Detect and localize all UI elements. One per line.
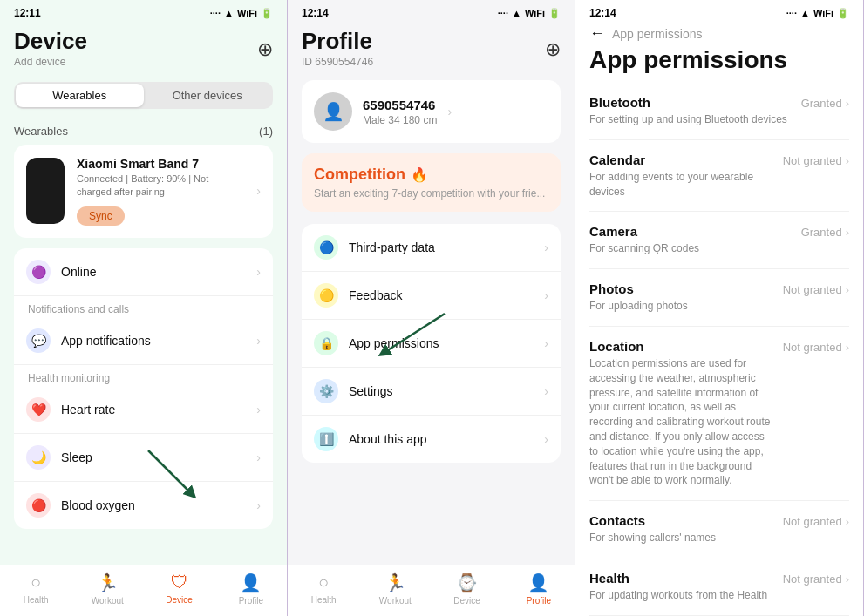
add-device-button[interactable]: ⊕ (257, 38, 273, 61)
perm-name-calendar: Calendar (589, 152, 776, 167)
nav-workout-1[interactable]: 🏃 Workout (71, 572, 143, 606)
menu-item-app-permissions[interactable]: 🔒 App permissions › (302, 320, 561, 368)
about-icon: ℹ️ (314, 427, 338, 451)
back-label: App permissions (612, 27, 703, 41)
device-image (26, 158, 65, 224)
panel3-header: App permissions (575, 43, 863, 83)
nav-device-2[interactable]: ⌚ Device (432, 572, 503, 606)
heart-rate-chevron-icon: › (256, 403, 261, 416)
app-permissions-icon: 🔒 (314, 331, 338, 355)
sync-button[interactable]: Sync (77, 206, 125, 226)
back-row: ← App permissions (575, 23, 863, 43)
blood-oxygen-icon: 🔴 (26, 493, 51, 518)
feedback-icon: 🟡 (314, 283, 338, 308)
competition-banner[interactable]: Competition 🔥 Start an exciting 7-day co… (302, 153, 561, 212)
menu-label-app-notifications: App notifications (61, 334, 246, 348)
calendar-chevron-icon: › (846, 154, 849, 167)
perm-name-bluetooth: Bluetooth (589, 95, 794, 110)
menu-label-third-party: Third-party data (349, 240, 534, 254)
menu-item-sleep[interactable]: 🌙 Sleep › (14, 434, 273, 482)
perm-desc-calendar: For adding events to your wearable devic… (589, 170, 776, 200)
perm-desc-photos: For uploading photos (589, 299, 776, 314)
panel2-bottom-nav: ○ Health 🏃 Workout ⌚ Device 👤 Profile (288, 565, 575, 616)
time-1: 12:11 (14, 7, 41, 19)
nav-profile-2[interactable]: 👤 Profile (503, 572, 575, 606)
profile-nav-icon: 👤 (240, 572, 262, 593)
fire-icon: 🔥 (411, 166, 428, 183)
contacts-chevron-icon: › (846, 515, 849, 528)
panel1-header: Device Add device (0, 23, 287, 75)
perm-item-contacts[interactable]: Contacts For showing callers' names Not … (589, 501, 849, 558)
perm-status-contacts: Not granted › (783, 513, 849, 528)
device-card[interactable]: Xiaomi Smart Band 7 Connected | Battery:… (14, 145, 273, 238)
perm-item-bluetooth[interactable]: Bluetooth For setting up and using Bluet… (589, 83, 849, 140)
perm-name-location: Location (589, 339, 776, 354)
perm-status-photos: Not granted › (783, 281, 849, 296)
menu-label-feedback: Feedback (349, 288, 534, 302)
back-button[interactable]: ← (589, 24, 605, 43)
notifications-section-label: Notifications and calls (14, 296, 273, 317)
health-section-label: Health monitoring (14, 365, 273, 386)
device-panel: 12:11 ···· ▲ WiFi 🔋 Device Add device ⊕ … (0, 0, 288, 616)
third-party-chevron-icon: › (544, 240, 548, 254)
perm-status-camera: Granted › (801, 224, 849, 239)
panel2-menu: 🔵 Third-party data › 🟡 Feedback › 🔒 App … (302, 224, 561, 463)
perm-name-camera: Camera (589, 224, 794, 239)
photos-chevron-icon: › (846, 283, 849, 296)
menu-item-about[interactable]: ℹ️ About this app › (302, 416, 561, 463)
sleep-chevron-icon: › (256, 450, 261, 464)
nav-health-1[interactable]: ○ Health (0, 572, 71, 606)
health-nav-icon-2: ○ (318, 572, 329, 592)
workout-nav-icon: 🏃 (97, 572, 119, 593)
nav-health-2[interactable]: ○ Health (288, 572, 359, 606)
permissions-panel: 12:14 ···· ▲ WiFi 🔋 ← App permissions Ap… (575, 0, 864, 616)
status-icons-1: ···· ▲ WiFi 🔋 (210, 8, 273, 19)
perm-name-contacts: Contacts (589, 513, 776, 528)
status-bar-2: 12:14 ···· ▲ WiFi 🔋 (288, 0, 575, 23)
perm-item-photos[interactable]: Photos For uploading photos Not granted … (589, 269, 849, 327)
menu-item-blood-oxygen[interactable]: 🔴 Blood oxygen › (14, 482, 273, 529)
tab-other-devices[interactable]: Other devices (144, 84, 272, 107)
tab-wearables[interactable]: Wearables (16, 84, 144, 107)
perm-status-calendar: Not granted › (783, 152, 849, 167)
menu-item-online[interactable]: 🟣 Online › (14, 248, 273, 296)
nav-workout-2[interactable]: 🏃 Workout (359, 572, 431, 606)
menu-item-settings[interactable]: ⚙️ Settings › (302, 368, 561, 416)
panel2-add-button[interactable]: ⊕ (545, 38, 561, 61)
health-chevron-icon: › (846, 572, 849, 586)
profile-nav-icon-2: 👤 (527, 572, 549, 593)
menu-item-feedback[interactable]: 🟡 Feedback › (302, 272, 561, 320)
perm-status-location: Not granted › (783, 339, 849, 354)
panel2-subtitle: ID 6590554746 (302, 56, 561, 68)
perm-item-health[interactable]: Health For updating workouts from the He… (589, 558, 849, 616)
online-chevron-icon: › (256, 265, 261, 279)
menu-item-app-notifications[interactable]: 💬 App notifications › (14, 317, 273, 365)
status-icons-2: ···· ▲ WiFi 🔋 (498, 8, 561, 19)
profile-chevron-icon: › (447, 105, 452, 118)
profile-panel: 12:14 ···· ▲ WiFi 🔋 Profile ID 659055474… (288, 0, 575, 616)
perm-desc-camera: For scanning QR codes (589, 241, 794, 256)
nav-profile-1[interactable]: 👤 Profile (215, 572, 287, 606)
competition-desc: Start an exciting 7-day competition with… (314, 187, 548, 200)
menu-label-about: About this app (349, 432, 534, 446)
health-nav-icon: ○ (31, 572, 41, 592)
blood-oxygen-chevron-icon: › (256, 498, 261, 512)
device-name: Xiaomi Smart Band 7 (77, 157, 244, 171)
wearables-section-label: Wearables (1) (0, 116, 287, 141)
menu-item-third-party[interactable]: 🔵 Third-party data › (302, 224, 561, 272)
status-icons-3: ···· ▲ WiFi 🔋 (786, 8, 849, 19)
perm-item-location[interactable]: Location Location permissions are used f… (589, 327, 849, 501)
perm-desc-contacts: For showing callers' names (589, 531, 776, 545)
panel2-header: Profile ID 6590554746 (288, 23, 575, 75)
location-chevron-icon: › (846, 341, 849, 354)
nav-device-1[interactable]: 🛡 Device (144, 572, 215, 606)
profile-card[interactable]: 👤 6590554746 Male 34 180 cm › (302, 80, 561, 143)
settings-icon: ⚙️ (314, 379, 338, 403)
about-chevron-icon: › (544, 432, 548, 446)
perm-item-camera[interactable]: Camera For scanning QR codes Granted › (589, 212, 849, 269)
menu-item-heart-rate[interactable]: ❤️ Heart rate › (14, 386, 273, 434)
perm-status-bluetooth: Granted › (801, 95, 849, 110)
perm-item-calendar[interactable]: Calendar For adding events to your weara… (589, 140, 849, 213)
profile-meta: Male 34 180 cm (363, 114, 437, 126)
panel1-menu: 🟣 Online › Notifications and calls 💬 App… (14, 248, 273, 529)
